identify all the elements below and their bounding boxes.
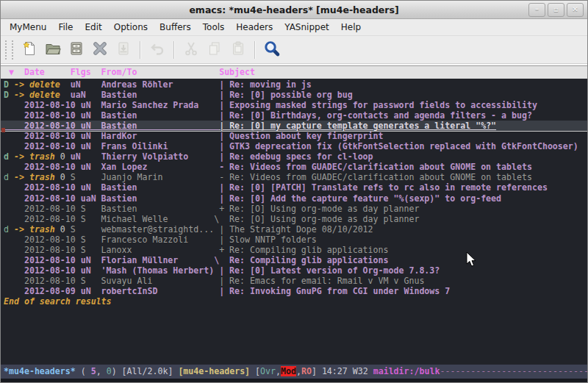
message-row[interactable]: 2012-08-10 S Michael Welle \ Re: [O] Usi…	[4, 214, 587, 224]
message-row[interactable]: 2012-08-09 uN robertcInSD | Re: Invoking…	[4, 286, 587, 296]
window-controls: – ▫ ✕	[528, 3, 584, 17]
menu-item-yasnippet[interactable]: YASnippet	[279, 20, 335, 35]
toolbar-separator	[173, 41, 175, 59]
fringe-marker	[1, 128, 5, 132]
message-row[interactable]: d -> trash 0 uN Thierry Volpiatto | Re: …	[4, 151, 587, 162]
menu-item-help[interactable]: Help	[335, 20, 367, 35]
message-row[interactable]: d -> trash 0 S Juanjo Marin - Re: Videos…	[4, 172, 587, 182]
end-of-search-results: End of search results	[4, 296, 587, 307]
message-row[interactable]: 2012-08-10 uN Bastien | Re: [0] [PATCH] …	[4, 182, 587, 193]
message-row[interactable]: D -> delete uaN Bastien | Re: [0] possib…	[4, 90, 587, 100]
menu-item-buffers[interactable]: Buffers	[154, 20, 197, 35]
message-row[interactable]: d -> trash 0 S webmaster@straightd... | …	[4, 224, 587, 235]
close-button[interactable]: ✕	[567, 3, 584, 17]
message-row[interactable]: 2012-08-10 S Suvayu Ali | Re: Emacs for …	[4, 276, 587, 286]
toolbar	[1, 36, 587, 64]
message-row[interactable]: 2012-08-10 S Francesco Mazzoli | Slow NN…	[4, 235, 587, 245]
mouse-cursor	[466, 252, 478, 268]
echo-area	[1, 379, 587, 383]
message-row[interactable]: 2012-08-10 uN Bastien | Re: [0] my captu…	[1, 121, 587, 131]
message-row[interactable]: 2012-08-10 uN HardKor | Question about k…	[4, 131, 587, 141]
menu-item-mymenu[interactable]: MyMenu	[4, 20, 52, 35]
menubar: MyMenuFileEditOptionsBuffersToolsHeaders…	[1, 19, 587, 36]
undo-icon	[148, 40, 166, 60]
window-titlebar[interactable]: emacs: *mu4e-headers* [mu4e-headers] – ▫…	[1, 1, 587, 19]
menu-item-file[interactable]: File	[52, 20, 79, 35]
paste-button[interactable]	[229, 41, 247, 59]
message-row[interactable]: 2012-08-10 uN Florian Müllner \ Re: Comp…	[4, 255, 587, 265]
menu-item-options[interactable]: Options	[108, 20, 154, 35]
message-row[interactable]: 2012-08-10 uN Mario Sanchez Prada | Expo…	[4, 100, 587, 110]
paste-clipboard-icon	[229, 40, 247, 60]
menu-item-edit[interactable]: Edit	[79, 20, 108, 35]
message-row[interactable]: D -> delete uN Andreas Röhler | Re: movi…	[4, 79, 587, 90]
new-file-button[interactable]	[21, 41, 38, 59]
copy-icon	[206, 40, 223, 60]
toolbar-grip-handle[interactable]	[5, 40, 13, 60]
mu4e-headers-buffer[interactable]: D -> delete uN Andreas Röhler | Re: movi…	[1, 79, 587, 364]
search-button[interactable]	[263, 41, 281, 59]
mode-line[interactable]: *mu4e-headers* ( 5, 0) [All/2.0k] [mu4e-…	[1, 364, 587, 379]
cut-button[interactable]	[182, 41, 200, 59]
open-file-button[interactable]	[44, 41, 62, 59]
copy-button[interactable]	[206, 41, 223, 59]
save-buffer-button[interactable]	[68, 41, 85, 59]
new-file-icon	[21, 40, 38, 60]
message-row[interactable]: 2012-08-10 uN 'Mash (Thomas Herbert) | R…	[4, 265, 587, 276]
menu-item-tools[interactable]: Tools	[197, 20, 231, 35]
undo-button[interactable]	[148, 41, 166, 59]
cut-scissors-icon	[182, 40, 200, 60]
message-row[interactable]: 2012-08-10 S Lanoxx + Re: Compiling glib…	[4, 245, 587, 255]
close-x-icon	[91, 40, 109, 60]
open-folder-icon	[44, 40, 62, 60]
toolbar-separator	[254, 41, 256, 59]
save-icon	[68, 40, 85, 60]
message-row[interactable]: 2012-08-10 uN Xan Lopez - Re: Videos fro…	[4, 162, 587, 172]
search-magnifier-icon	[263, 40, 281, 60]
save-as-button[interactable]	[115, 41, 132, 59]
maximize-button[interactable]: ▫	[548, 3, 564, 17]
save-as-icon	[115, 40, 132, 60]
emacs-window: emacs: *mu4e-headers* [mu4e-headers] – ▫…	[0, 0, 588, 383]
toolbar-separator	[140, 41, 141, 59]
message-row[interactable]: 2012-08-10 uN Frans Oilinki | GTK3 depre…	[4, 141, 587, 151]
close-buffer-button[interactable]	[91, 41, 109, 59]
headers-column-header[interactable]: ▼ Date Flgs From/To Subject	[1, 66, 587, 79]
message-row[interactable]: 2012-08-10 S Bastien + Re: [O] Using org…	[4, 204, 587, 214]
message-row[interactable]: 2012-08-10 uN Bastien | Re: [0] Birthday…	[4, 110, 587, 121]
menu-item-headers[interactable]: Headers	[230, 20, 279, 35]
minimize-button[interactable]: –	[528, 3, 545, 17]
message-row[interactable]: 2012-08-10 uaN Bastien | Re: [0] Add the…	[4, 193, 587, 204]
window-title: emacs: *mu4e-headers* [mu4e-headers]	[1, 4, 587, 15]
